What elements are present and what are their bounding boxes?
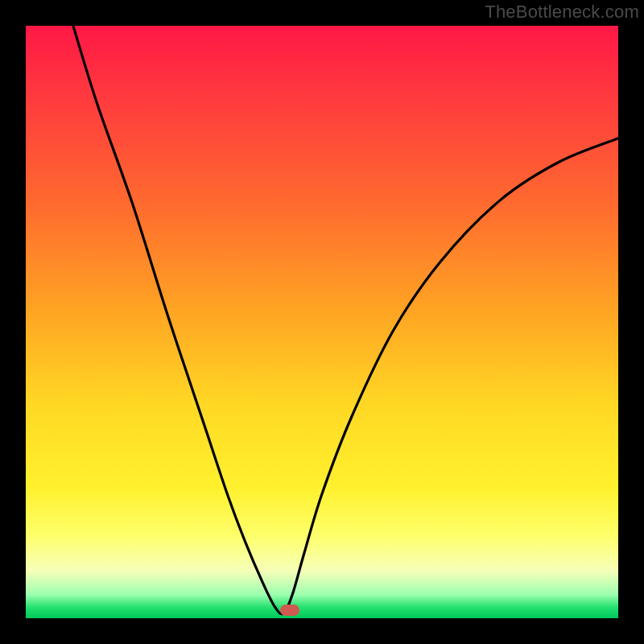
bottleneck-curve [26,26,618,618]
optimum-marker [280,605,299,616]
attribution-text: TheBottleneck.com [485,2,639,23]
chart-frame: TheBottleneck.com [0,0,644,644]
plot-area [26,26,618,618]
